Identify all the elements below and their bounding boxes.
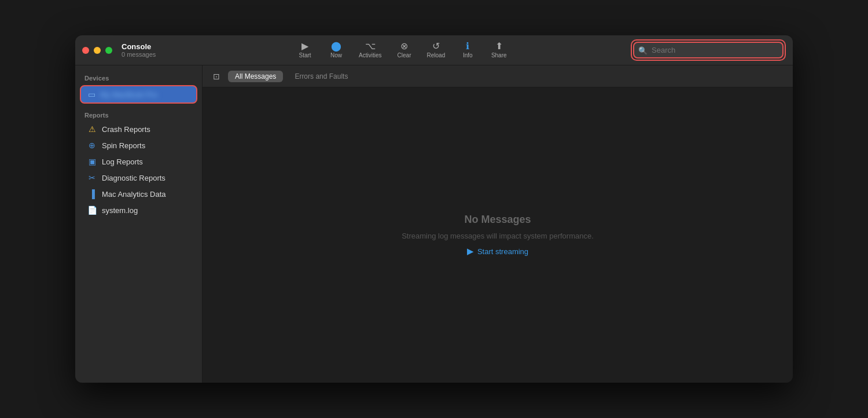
toolbar: ▶ Start ⬤ Now ⌥ Activities ⊗ Clear ↺ Rel… (173, 39, 631, 61)
activities-button[interactable]: ⌥ Activities (353, 39, 387, 61)
now-icon: ⬤ (331, 42, 341, 51)
activities-icon: ⌥ (365, 42, 376, 51)
share-icon: ⬆ (495, 42, 503, 51)
crash-reports-icon: ⚠ (87, 124, 97, 134)
start-icon: ▶ (301, 42, 308, 51)
console-window: Console 0 messages ▶ Start ⬤ Now ⌥ Activ… (75, 35, 793, 383)
close-button[interactable] (82, 47, 89, 54)
info-icon: ℹ (466, 42, 469, 51)
search-highlight: 🔍 (631, 39, 786, 61)
system-log-label: system.log (102, 206, 138, 215)
reload-label: Reload (427, 52, 446, 58)
empty-subtitle: Streaming log messages will impact syste… (402, 232, 594, 240)
sidebar-toggle-button[interactable]: ⊡ (209, 71, 223, 82)
search-input[interactable] (633, 42, 784, 58)
mac-analytics-icon: ▐ (87, 189, 97, 199)
system-log-icon: 📄 (87, 206, 97, 215)
message-count: 0 messages (122, 51, 156, 58)
main-content: Devices ▭ My MacBook Pro Reports ⚠ Crash… (75, 65, 793, 383)
app-title: Console (122, 42, 156, 51)
mac-analytics-label: Mac Analytics Data (102, 190, 166, 199)
search-icon: 🔍 (638, 46, 648, 54)
content-panel: ⊡ All Messages Errors and Faults No Mess… (203, 65, 793, 383)
info-label: Info (463, 52, 473, 58)
filter-bar: ⊡ All Messages Errors and Faults (203, 65, 793, 87)
device-icon: ▭ (88, 90, 95, 99)
now-button[interactable]: ⬤ Now (322, 39, 351, 61)
sidebar-item-diagnostic-reports[interactable]: ✂ Diagnostic Reports (78, 170, 200, 185)
activities-label: Activities (359, 52, 381, 58)
sidebar-item-system-log[interactable]: 📄 system.log (78, 203, 200, 218)
title-section: Console 0 messages (122, 42, 156, 58)
share-label: Share (491, 52, 507, 58)
spin-reports-icon: ⊕ (87, 141, 97, 150)
info-button[interactable]: ℹ Info (453, 39, 482, 61)
sidebar-item-mac-analytics[interactable]: ▐ Mac Analytics Data (78, 186, 200, 201)
reload-icon: ↺ (432, 42, 440, 51)
empty-state: No Messages Streaming log messages will … (203, 87, 793, 383)
search-wrapper: 🔍 (633, 42, 784, 58)
start-streaming-button[interactable]: ▶ Start streaming (467, 246, 528, 256)
clear-label: Clear (398, 52, 411, 58)
crash-reports-label: Crash Reports (102, 125, 150, 134)
reports-section-label: Reports (75, 105, 202, 121)
diagnostic-reports-label: Diagnostic Reports (102, 174, 165, 182)
sidebar-item-spin-reports[interactable]: ⊕ Spin Reports (78, 138, 200, 153)
log-reports-icon: ▣ (87, 157, 97, 166)
share-button[interactable]: ⬆ Share (484, 39, 513, 61)
device-item[interactable]: ▭ My MacBook Pro (80, 85, 197, 104)
all-messages-filter[interactable]: All Messages (228, 71, 283, 82)
diagnostic-reports-icon: ✂ (87, 173, 97, 182)
now-label: Now (330, 52, 342, 58)
device-name: My MacBook Pro (100, 90, 157, 99)
titlebar: Console 0 messages ▶ Start ⬤ Now ⌥ Activ… (75, 35, 793, 65)
start-streaming-label: Start streaming (477, 247, 528, 256)
errors-faults-filter[interactable]: Errors and Faults (288, 71, 355, 82)
maximize-button[interactable] (105, 47, 112, 54)
devices-section-label: Devices (75, 70, 202, 84)
start-label: Start (299, 52, 311, 58)
sidebar: Devices ▭ My MacBook Pro Reports ⚠ Crash… (75, 65, 203, 383)
sidebar-item-crash-reports[interactable]: ⚠ Crash Reports (78, 122, 200, 137)
log-reports-label: Log Reports (102, 157, 143, 166)
stream-icon: ▶ (467, 246, 474, 256)
minimize-button[interactable] (94, 47, 101, 54)
clear-button[interactable]: ⊗ Clear (390, 39, 419, 61)
sidebar-item-log-reports[interactable]: ▣ Log Reports (78, 154, 200, 169)
spin-reports-label: Spin Reports (102, 141, 145, 150)
reload-button[interactable]: ↺ Reload (421, 39, 451, 61)
empty-title: No Messages (464, 214, 531, 226)
clear-icon: ⊗ (400, 42, 408, 51)
traffic-lights (82, 47, 112, 54)
start-button[interactable]: ▶ Start (290, 39, 319, 61)
